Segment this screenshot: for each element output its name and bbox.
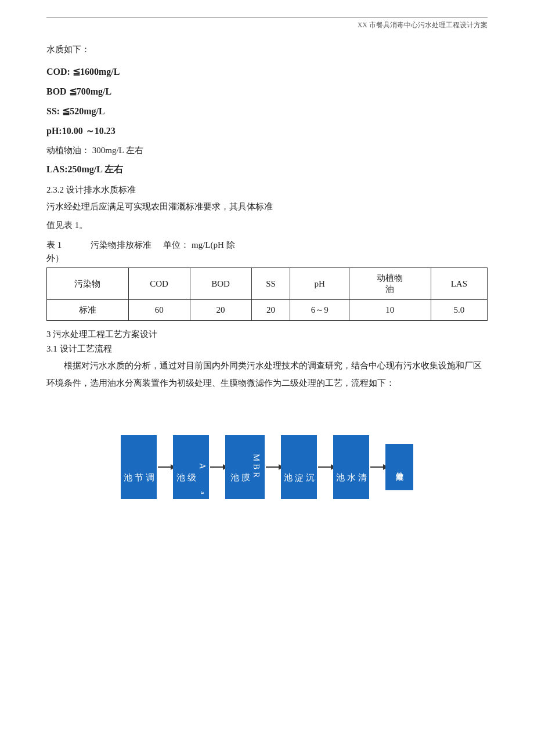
table-number: 表 1 (46, 240, 62, 251)
water-quality-block: COD: ≦1600mg/L BOD ≦700mg/L SS: ≦520mg/L… (46, 63, 488, 179)
header-title: XX 市餐具消毒中心污水处理工程设计方案 (46, 20, 488, 30)
flow-boxes: 调节池 A级池 a MBR膜池 沉淀池 清水池 (121, 435, 413, 499)
flow-box-qingshui: 清水池 (333, 435, 369, 499)
col-header-bod: BOD (190, 268, 251, 300)
flow-box-apool: A级池 a (173, 435, 209, 499)
wq-ph: pH:10.00 ～10.23 (46, 122, 488, 140)
cell-ph: 6～9 (290, 300, 349, 321)
table-row: 标准 60 20 20 6～9 10 5.0 (47, 300, 488, 321)
cell-oil: 10 (349, 300, 431, 321)
col-header-ph: pH (290, 268, 349, 300)
page-container: XX 市餐具消毒中心污水处理工程设计方案 水质如下： COD: ≦1600mg/… (0, 0, 534, 548)
arrow-1 (158, 466, 172, 468)
col-header-las: LAS (431, 268, 487, 300)
col-header-pollutant: 污染物 (47, 268, 129, 300)
cell-ss: 20 (251, 300, 290, 321)
arrow-4 (318, 466, 332, 468)
flow-box-waipai: 外排灌溉 (385, 444, 413, 490)
intro-label: 水质如下： (46, 41, 488, 58)
flow-diagram: 调节池 A级池 a MBR膜池 沉淀池 清水池 (46, 409, 488, 525)
table-unit-right: 单位： mg/L(pH 除 (163, 240, 234, 251)
flow-box-tiaojie: 调节池 (121, 435, 157, 499)
section-232-body: 污水经处理后应满足可实现农田灌溉标准要求，其具体标准 值见表 1。 (46, 198, 488, 234)
flow-box-apool-sub: a (200, 491, 207, 497)
pollution-table: 污染物 COD BOD SS pH 动植物油 LAS 标准 60 20 20 6… (46, 267, 488, 321)
wq-ss: SS: ≦520mg/L (46, 102, 488, 121)
cell-cod: 60 (128, 300, 190, 321)
col-header-cod: COD (128, 268, 190, 300)
section-232-body1: 污水经处理后应满足可实现农田灌溉标准要求，其具体标准 (46, 198, 488, 215)
flow-box-mbr: MBR膜池 (225, 435, 265, 499)
cell-bod: 20 (190, 300, 251, 321)
wq-oil: 动植物油： 300mg/L 左右 (46, 142, 488, 159)
section-232-body2: 值见表 1。 (46, 216, 488, 234)
table-caption-row: 表 1 污染物排放标准 单位： mg/L(pH 除 (46, 240, 488, 251)
col-header-oil: 动植物油 (349, 268, 431, 300)
flow-box-chenden: 沉淀池 (281, 435, 317, 499)
cell-label: 标准 (47, 300, 129, 321)
wq-las: LAS:250mg/L 左右 (46, 160, 488, 179)
table-title: 污染物排放标准 (91, 240, 151, 251)
arrow-3 (266, 466, 280, 468)
section-232-heading: 2.3.2 设计排水水质标准 (46, 185, 488, 196)
col-header-ss: SS (251, 268, 290, 300)
table-unit-cont: 外） (46, 253, 488, 264)
header-divider (46, 17, 488, 18)
section31-para: 根据对污水水质的分析，通过对目前国内外同类污水处理技术的调查研究，结合中心现有污… (46, 357, 488, 392)
table-header-row: 污染物 COD BOD SS pH 动植物油 LAS (47, 268, 488, 300)
cell-las: 5.0 (431, 300, 487, 321)
section31-heading: 3.1 设计工艺流程 (46, 343, 488, 355)
wq-bod: BOD ≦700mg/L (46, 82, 488, 101)
arrow-2 (210, 466, 224, 468)
section3-heading: 3 污水处理工程工艺方案设计 (46, 329, 488, 340)
arrow-5 (370, 466, 384, 468)
wq-cod: COD: ≦1600mg/L (46, 63, 488, 81)
